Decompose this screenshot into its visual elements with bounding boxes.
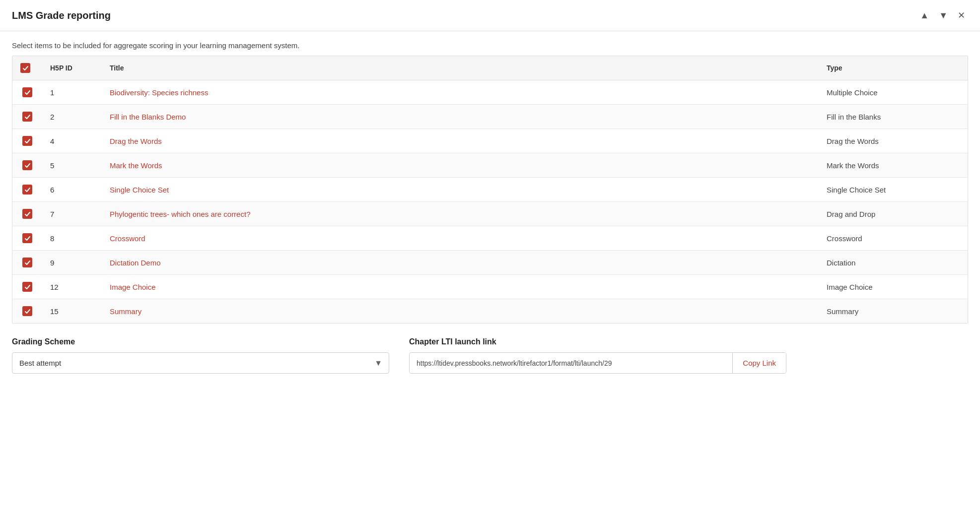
row-title-link[interactable]: Drag the Words [110,137,162,145]
chapter-lti-label: Chapter LTI launch link [409,337,786,346]
row-checkbox[interactable] [22,209,32,219]
row-title[interactable]: Single Choice Set [102,178,819,202]
row-checkbox[interactable] [22,306,32,316]
row-id: 2 [42,105,102,129]
table-row: 5Mark the WordsMark the Words [12,153,968,178]
row-type: Dictation [819,251,968,275]
grading-scheme-section: Grading Scheme Best attempt Last attempt… [12,337,389,374]
row-type: Single Choice Set [819,178,968,202]
main-container: LMS Grade reporting ▲ ▼ ✕ Select items t… [0,0,980,521]
row-checkbox-cell [12,105,42,129]
page-title: LMS Grade reporting [12,10,111,21]
row-title[interactable]: Fill in the Blanks Demo [102,105,819,129]
row-checkbox-cell [12,80,42,105]
row-title-link[interactable]: Single Choice Set [110,186,169,194]
subtitle-text: Select items to be included for aggregat… [0,31,980,56]
row-id: 6 [42,178,102,202]
row-type: Mark the Words [819,153,968,178]
row-checkbox-cell [12,275,42,299]
row-checkbox[interactable] [22,233,32,243]
row-title[interactable]: Drag the Words [102,129,819,153]
items-table-wrapper: H5P ID Title Type 1Biodiversity: Species… [12,56,968,324]
row-title-link[interactable]: Mark the Words [110,161,162,170]
grading-scheme-label: Grading Scheme [12,337,389,346]
table-row: 4Drag the WordsDrag the Words [12,129,968,153]
grading-scheme-select[interactable]: Best attempt Last attempt Average attemp… [12,352,389,374]
table-row: 9Dictation DemoDictation [12,251,968,275]
items-table: H5P ID Title Type 1Biodiversity: Species… [12,56,968,323]
row-type: Image Choice [819,275,968,299]
row-title-link[interactable]: Dictation Demo [110,259,161,267]
row-title-link[interactable]: Fill in the Blanks Demo [110,113,186,121]
table-row: 1Biodiversity: Species richnessMultiple … [12,80,968,105]
row-type: Drag and Drop [819,202,968,226]
row-id: 4 [42,129,102,153]
table-row: 7Phylogentic trees- which ones are corre… [12,202,968,226]
row-title-link[interactable]: Summary [110,307,141,316]
row-title[interactable]: Phylogentic trees- which ones are correc… [102,202,819,226]
row-checkbox-cell [12,129,42,153]
table-row: 8CrosswordCrossword [12,226,968,251]
table-row: 6Single Choice SetSingle Choice Set [12,178,968,202]
collapse-down-button[interactable]: ▼ [936,9,951,22]
row-id: 5 [42,153,102,178]
row-id: 7 [42,202,102,226]
row-checkbox-cell [12,202,42,226]
row-title[interactable]: Dictation Demo [102,251,819,275]
close-button[interactable]: ✕ [955,9,968,22]
footer: Grading Scheme Best attempt Last attempt… [0,324,980,388]
row-checkbox[interactable] [22,282,32,292]
col-header-type: Type [819,56,968,80]
row-checkbox[interactable] [22,185,32,195]
copy-link-button[interactable]: Copy Link [732,353,786,373]
row-type: Crossword [819,226,968,251]
lti-url-input[interactable] [410,353,732,373]
col-header-title: Title [102,56,819,80]
row-title[interactable]: Image Choice [102,275,819,299]
table-body: 1Biodiversity: Species richnessMultiple … [12,80,968,324]
row-type: Fill in the Blanks [819,105,968,129]
row-title-link[interactable]: Crossword [110,234,145,243]
header-controls: ▲ ▼ ✕ [917,9,968,22]
row-title[interactable]: Mark the Words [102,153,819,178]
row-id: 12 [42,275,102,299]
row-checkbox[interactable] [22,160,32,170]
row-checkbox[interactable] [22,258,32,267]
col-header-check [12,56,42,80]
row-title[interactable]: Crossword [102,226,819,251]
row-title-link[interactable]: Biodiversity: Species richness [110,88,208,97]
row-type: Summary [819,299,968,324]
table-row: 12Image ChoiceImage Choice [12,275,968,299]
table-row: 15SummarySummary [12,299,968,324]
collapse-up-button[interactable]: ▲ [917,9,932,22]
row-title[interactable]: Summary [102,299,819,324]
row-checkbox[interactable] [22,136,32,146]
row-checkbox-cell [12,251,42,275]
header: LMS Grade reporting ▲ ▼ ✕ [0,0,980,31]
row-id: 15 [42,299,102,324]
chapter-lti-section: Chapter LTI launch link Copy Link [409,337,786,374]
lti-link-row: Copy Link [409,352,786,374]
row-checkbox[interactable] [22,112,32,122]
select-all-checkbox[interactable] [20,63,30,73]
table-row: 2Fill in the Blanks DemoFill in the Blan… [12,105,968,129]
row-type: Multiple Choice [819,80,968,105]
row-checkbox-cell [12,153,42,178]
row-checkbox[interactable] [22,87,32,97]
row-checkbox-cell [12,299,42,324]
row-title-link[interactable]: Phylogentic trees- which ones are correc… [110,210,250,218]
table-header-row: H5P ID Title Type [12,56,968,80]
row-id: 9 [42,251,102,275]
row-title-link[interactable]: Image Choice [110,283,156,291]
row-checkbox-cell [12,226,42,251]
row-checkbox-cell [12,178,42,202]
row-type: Drag the Words [819,129,968,153]
col-header-id: H5P ID [42,56,102,80]
row-id: 8 [42,226,102,251]
grading-scheme-select-wrapper: Best attempt Last attempt Average attemp… [12,352,389,374]
row-id: 1 [42,80,102,105]
row-title[interactable]: Biodiversity: Species richness [102,80,819,105]
